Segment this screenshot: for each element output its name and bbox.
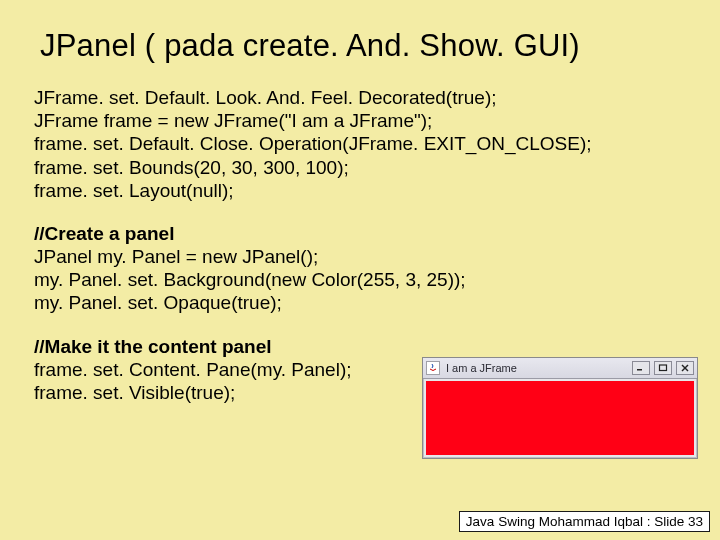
java-cup-icon [426,361,440,375]
jframe-titlebar: I am a JFrame [423,358,697,379]
code-line: frame. set. Default. Close. Operation(JF… [34,132,688,155]
code-line: frame. set. Bounds(20, 30, 300, 100); [34,156,688,179]
slide: JPanel ( pada create. And. Show. GUI) JF… [0,0,720,540]
code-line: JFrame. set. Default. Look. And. Feel. D… [34,86,688,109]
code-line: my. Panel. set. Background(new Color(255… [34,268,688,291]
code-line: frame. set. Layout(null); [34,179,688,202]
slide-footer: Java Swing Mohammad Iqbal : Slide 33 [459,511,710,532]
maximize-icon[interactable] [654,361,672,375]
code-line: my. Panel. set. Opaque(true); [34,291,688,314]
spacer [34,315,688,335]
minimize-icon[interactable] [632,361,650,375]
jframe-content-pane [426,381,694,455]
code-line: JPanel my. Panel = new JPanel(); [34,245,688,268]
code-comment: //Make it the content panel [34,335,688,358]
code-line: JFrame frame = new JFrame("I am a JFrame… [34,109,688,132]
slide-title: JPanel ( pada create. And. Show. GUI) [40,28,688,64]
svg-rect-1 [660,365,667,371]
close-icon[interactable] [676,361,694,375]
code-comment: //Create a panel [34,222,688,245]
jframe-preview: I am a JFrame [422,357,698,459]
spacer [34,202,688,222]
jframe-title-text: I am a JFrame [444,362,628,374]
svg-rect-0 [637,369,642,371]
